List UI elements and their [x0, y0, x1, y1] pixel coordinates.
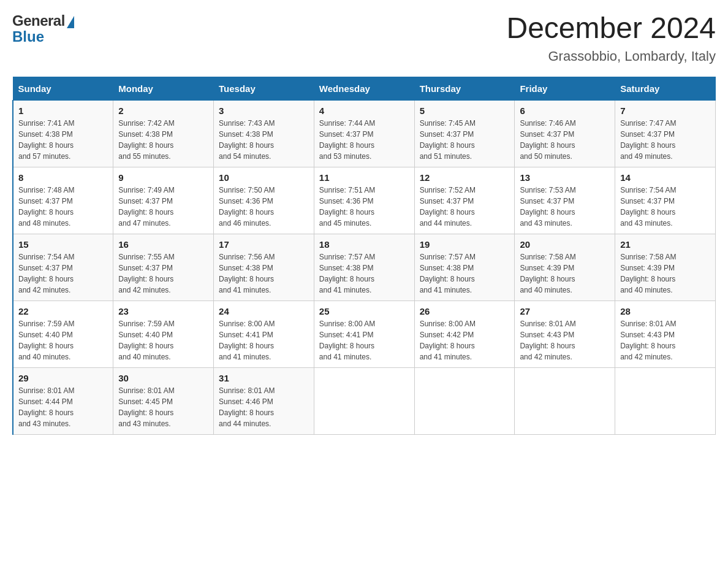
day-number: 24 [219, 306, 309, 316]
location-subtitle: Grassobbio, Lombardy, Italy [506, 48, 716, 64]
table-row: 25 Sunrise: 8:00 AMSunset: 4:41 PMDaylig… [314, 301, 414, 367]
day-info: Sunrise: 7:57 AMSunset: 4:38 PMDaylight:… [420, 253, 476, 294]
day-info: Sunrise: 7:49 AMSunset: 4:37 PMDaylight:… [118, 186, 174, 228]
day-info: Sunrise: 7:46 AMSunset: 4:37 PMDaylight:… [520, 119, 575, 161]
day-info: Sunrise: 7:54 AMSunset: 4:37 PMDaylight:… [620, 186, 676, 228]
table-row: 15 Sunrise: 7:54 AMSunset: 4:37 PMDaylig… [13, 234, 113, 301]
day-number: 21 [620, 239, 710, 250]
calendar-table: Sunday Monday Tuesday Wednesday Thursday… [12, 77, 716, 435]
day-info: Sunrise: 8:01 AMSunset: 4:46 PMDaylight:… [219, 386, 275, 428]
day-info: Sunrise: 8:01 AMSunset: 4:44 PMDaylight:… [18, 386, 74, 428]
table-row: 24 Sunrise: 8:00 AMSunset: 4:41 PMDaylig… [214, 301, 314, 367]
day-info: Sunrise: 7:44 AMSunset: 4:37 PMDaylight:… [319, 119, 375, 161]
day-info: Sunrise: 7:59 AMSunset: 4:40 PMDaylight:… [118, 320, 174, 361]
day-number: 22 [18, 306, 108, 316]
day-number: 31 [219, 373, 309, 383]
month-title: December 2024 [506, 12, 716, 45]
day-number: 25 [319, 306, 409, 316]
table-row: 30 Sunrise: 8:01 AMSunset: 4:45 PMDaylig… [113, 367, 214, 434]
day-number: 16 [118, 239, 208, 250]
day-info: Sunrise: 7:59 AMSunset: 4:40 PMDaylight:… [18, 320, 74, 361]
table-row: 28 Sunrise: 8:01 AMSunset: 4:43 PMDaylig… [615, 301, 716, 367]
day-info: Sunrise: 7:58 AMSunset: 4:39 PMDaylight:… [620, 253, 676, 294]
page-header: General Blue December 2024 Grassobbio, L… [12, 12, 716, 64]
day-number: 18 [319, 239, 409, 250]
day-number: 28 [620, 306, 710, 316]
day-info: Sunrise: 7:54 AMSunset: 4:37 PMDaylight:… [18, 253, 74, 294]
day-info: Sunrise: 7:52 AMSunset: 4:37 PMDaylight:… [420, 186, 476, 228]
table-row: 8 Sunrise: 7:48 AMSunset: 4:37 PMDayligh… [13, 167, 113, 234]
table-row: 31 Sunrise: 8:01 AMSunset: 4:46 PMDaylig… [214, 367, 314, 434]
day-number: 12 [420, 172, 510, 183]
calendar-week-row: 1 Sunrise: 7:41 AMSunset: 4:38 PMDayligh… [13, 100, 716, 167]
day-number: 17 [219, 239, 309, 250]
day-info: Sunrise: 7:41 AMSunset: 4:38 PMDaylight:… [18, 119, 74, 161]
day-info: Sunrise: 7:53 AMSunset: 4:37 PMDaylight:… [520, 186, 575, 228]
col-wednesday: Wednesday [314, 77, 414, 100]
table-row: 18 Sunrise: 7:57 AMSunset: 4:38 PMDaylig… [314, 234, 414, 301]
table-row: 22 Sunrise: 7:59 AMSunset: 4:40 PMDaylig… [13, 301, 113, 367]
table-row: 20 Sunrise: 7:58 AMSunset: 4:39 PMDaylig… [515, 234, 615, 301]
day-number: 30 [118, 373, 208, 383]
logo-general-text: General [12, 12, 65, 29]
day-number: 29 [18, 373, 108, 383]
table-row: 10 Sunrise: 7:50 AMSunset: 4:36 PMDaylig… [214, 167, 314, 234]
table-row [314, 367, 414, 434]
table-row: 2 Sunrise: 7:42 AMSunset: 4:38 PMDayligh… [113, 100, 214, 167]
day-info: Sunrise: 7:56 AMSunset: 4:38 PMDaylight:… [219, 253, 275, 294]
table-row: 17 Sunrise: 7:56 AMSunset: 4:38 PMDaylig… [214, 234, 314, 301]
calendar-week-row: 15 Sunrise: 7:54 AMSunset: 4:37 PMDaylig… [13, 234, 716, 301]
table-row [615, 367, 716, 434]
day-number: 1 [18, 105, 108, 116]
day-info: Sunrise: 8:01 AMSunset: 4:45 PMDaylight:… [118, 386, 174, 428]
day-info: Sunrise: 7:50 AMSunset: 4:36 PMDaylight:… [219, 186, 275, 228]
day-number: 14 [620, 172, 710, 183]
day-info: Sunrise: 7:43 AMSunset: 4:38 PMDaylight:… [219, 119, 275, 161]
day-number: 26 [420, 306, 510, 316]
title-block: December 2024 Grassobbio, Lombardy, Ital… [506, 12, 716, 64]
table-row: 29 Sunrise: 8:01 AMSunset: 4:44 PMDaylig… [13, 367, 113, 434]
table-row: 12 Sunrise: 7:52 AMSunset: 4:37 PMDaylig… [414, 167, 515, 234]
table-row: 7 Sunrise: 7:47 AMSunset: 4:37 PMDayligh… [615, 100, 716, 167]
day-info: Sunrise: 8:00 AMSunset: 4:41 PMDaylight:… [219, 320, 275, 361]
table-row: 6 Sunrise: 7:46 AMSunset: 4:37 PMDayligh… [515, 100, 615, 167]
calendar-week-row: 22 Sunrise: 7:59 AMSunset: 4:40 PMDaylig… [13, 301, 716, 367]
day-number: 23 [118, 306, 208, 316]
day-info: Sunrise: 7:58 AMSunset: 4:39 PMDaylight:… [520, 253, 575, 294]
table-row: 1 Sunrise: 7:41 AMSunset: 4:38 PMDayligh… [13, 100, 113, 167]
table-row: 19 Sunrise: 7:57 AMSunset: 4:38 PMDaylig… [414, 234, 515, 301]
day-number: 20 [520, 239, 610, 250]
table-row: 4 Sunrise: 7:44 AMSunset: 4:37 PMDayligh… [314, 100, 414, 167]
table-row: 27 Sunrise: 8:01 AMSunset: 4:43 PMDaylig… [515, 301, 615, 367]
day-number: 8 [18, 172, 108, 183]
col-sunday: Sunday [13, 77, 113, 100]
table-row: 13 Sunrise: 7:53 AMSunset: 4:37 PMDaylig… [515, 167, 615, 234]
table-row: 23 Sunrise: 7:59 AMSunset: 4:40 PMDaylig… [113, 301, 214, 367]
day-number: 7 [620, 105, 710, 116]
col-thursday: Thursday [414, 77, 515, 100]
day-number: 6 [520, 105, 610, 116]
col-tuesday: Tuesday [214, 77, 314, 100]
day-info: Sunrise: 8:00 AMSunset: 4:41 PMDaylight:… [319, 320, 375, 361]
day-number: 3 [219, 105, 309, 116]
day-number: 13 [520, 172, 610, 183]
day-info: Sunrise: 7:55 AMSunset: 4:37 PMDaylight:… [118, 253, 174, 294]
day-number: 2 [118, 105, 208, 116]
col-monday: Monday [113, 77, 214, 100]
day-number: 11 [319, 172, 409, 183]
day-number: 10 [219, 172, 309, 183]
table-row: 26 Sunrise: 8:00 AMSunset: 4:42 PMDaylig… [414, 301, 515, 367]
day-info: Sunrise: 7:51 AMSunset: 4:36 PMDaylight:… [319, 186, 375, 228]
table-row: 11 Sunrise: 7:51 AMSunset: 4:36 PMDaylig… [314, 167, 414, 234]
table-row [515, 367, 615, 434]
day-info: Sunrise: 8:00 AMSunset: 4:42 PMDaylight:… [420, 320, 476, 361]
calendar-week-row: 8 Sunrise: 7:48 AMSunset: 4:37 PMDayligh… [13, 167, 716, 234]
day-info: Sunrise: 7:57 AMSunset: 4:38 PMDaylight:… [319, 253, 375, 294]
day-info: Sunrise: 7:45 AMSunset: 4:37 PMDaylight:… [420, 119, 476, 161]
table-row: 21 Sunrise: 7:58 AMSunset: 4:39 PMDaylig… [615, 234, 716, 301]
table-row [414, 367, 515, 434]
day-number: 4 [319, 105, 409, 116]
calendar-header-row: Sunday Monday Tuesday Wednesday Thursday… [13, 77, 716, 100]
day-info: Sunrise: 8:01 AMSunset: 4:43 PMDaylight:… [520, 320, 575, 361]
calendar-week-row: 29 Sunrise: 8:01 AMSunset: 4:44 PMDaylig… [13, 367, 716, 434]
